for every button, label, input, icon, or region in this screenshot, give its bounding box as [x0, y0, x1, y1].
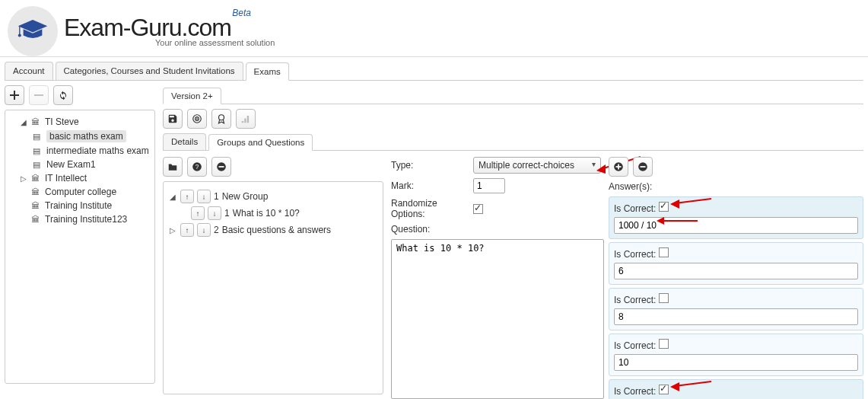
- move-up-button[interactable]: ↑: [191, 206, 205, 220]
- brand-tagline: Your online assessment solution: [64, 38, 275, 47]
- is-correct-checkbox[interactable]: [659, 339, 669, 349]
- tree-label[interactable]: basic maths exam: [46, 130, 126, 142]
- tree-label[interactable]: Computer college: [45, 187, 116, 197]
- sidebar-tree: ◢ 🏛 TI Steve ▤ basic maths exam ▤ interm…: [5, 110, 155, 384]
- tree-label[interactable]: Training Institute: [45, 200, 112, 211]
- svg-marker-19: [670, 200, 679, 209]
- annotation-arrow-icon: [670, 196, 713, 209]
- tree-label[interactable]: IT Intellect: [45, 173, 87, 184]
- is-correct-checkbox[interactable]: [659, 202, 669, 212]
- tab-exams[interactable]: Exams: [246, 62, 289, 81]
- mark-input[interactable]: [473, 178, 505, 193]
- help-button[interactable]: ?: [187, 157, 207, 177]
- building-icon: 🏛: [31, 187, 42, 196]
- question-label[interactable]: What is 10 * 10?: [233, 208, 300, 219]
- group-number: 2: [214, 225, 219, 235]
- tree-label[interactable]: intermediate maths exam: [46, 145, 149, 156]
- move-up-button[interactable]: ↑: [180, 223, 194, 237]
- chart-button[interactable]: [236, 109, 256, 129]
- randomize-label: Randomize Options:: [391, 198, 473, 219]
- tree-node[interactable]: ▤ New Exam1: [22, 158, 150, 171]
- minus-circle-icon: [637, 161, 648, 172]
- answer-block: Is Correct:: [609, 242, 863, 285]
- randomize-checkbox[interactable]: [473, 204, 483, 214]
- building-icon: 🏛: [31, 117, 42, 126]
- tab-categories[interactable]: Categories, Courses and Student Invitati…: [56, 62, 243, 80]
- svg-marker-23: [670, 382, 679, 391]
- tree-node[interactable]: 🏛 Training Institute123: [10, 212, 150, 226]
- remove-group-button[interactable]: [211, 157, 231, 177]
- answer-block: Is Correct:: [609, 379, 863, 399]
- folder-button[interactable]: [163, 157, 183, 177]
- group-number: 1: [214, 191, 219, 202]
- answer-input[interactable]: [614, 263, 858, 279]
- move-down-button[interactable]: ↓: [197, 190, 211, 203]
- tree-node[interactable]: ◢ 🏛 TI Steve: [10, 115, 150, 129]
- is-correct-label: Is Correct:: [614, 386, 656, 397]
- question-textarea[interactable]: [391, 239, 604, 399]
- move-up-button[interactable]: ↑: [180, 190, 194, 203]
- brand-logo: [8, 6, 58, 56]
- group-label[interactable]: Basic questions & answers: [222, 225, 331, 235]
- answer-input[interactable]: [614, 354, 858, 371]
- is-correct-label: Is Correct:: [614, 203, 656, 214]
- type-select[interactable]: Multiple correct-choices: [473, 157, 601, 174]
- tab-groups-questions[interactable]: Groups and Questions: [208, 134, 313, 151]
- tree-node[interactable]: ▷ 🏛 IT Intellect: [10, 171, 150, 185]
- group-node[interactable]: ▷ ↑ ↓ 2 Basic questions & answers: [170, 222, 377, 238]
- groups-tree: ◢ ↑ ↓ 1 New Group ↑ ↓ 1 What is 10 * 10?: [163, 181, 383, 394]
- tab-account[interactable]: Account: [5, 62, 53, 80]
- minus-icon: [34, 91, 43, 100]
- target-button[interactable]: [187, 109, 207, 129]
- mark-label: Mark:: [391, 180, 473, 191]
- svg-rect-10: [219, 166, 224, 168]
- exam-icon: ▤: [33, 146, 43, 156]
- tree-node[interactable]: ▤ basic maths exam: [22, 129, 150, 144]
- beta-badge: Beta: [232, 8, 251, 18]
- is-correct-checkbox[interactable]: [659, 293, 669, 303]
- tree-label[interactable]: New Exam1: [46, 159, 96, 170]
- graduation-cap-icon: [16, 14, 49, 48]
- group-label[interactable]: New Group: [222, 191, 269, 202]
- add-button[interactable]: [5, 85, 24, 105]
- answer-input[interactable]: [614, 217, 858, 234]
- tree-node[interactable]: ▤ intermediate maths exam: [22, 144, 150, 158]
- tab-version[interactable]: Version 2+: [163, 88, 221, 104]
- remove-button[interactable]: [29, 85, 49, 105]
- answer-block: Is Correct:: [609, 334, 863, 376]
- remove-answer-button[interactable]: [633, 157, 653, 177]
- tree-label[interactable]: Training Institute123: [45, 214, 127, 225]
- question-node[interactable]: ↑ ↓ 1 What is 10 * 10?: [191, 205, 377, 222]
- answer-block: Is Correct:: [609, 288, 863, 330]
- is-correct-checkbox[interactable]: [659, 247, 669, 257]
- caret-icon[interactable]: ◢: [21, 118, 28, 126]
- tree-node[interactable]: 🏛 Computer college: [10, 185, 150, 199]
- group-node[interactable]: ◢ ↑ ↓ 1 New Group: [170, 188, 377, 205]
- type-label: Type:: [391, 160, 473, 171]
- svg-rect-2: [34, 94, 43, 96]
- caret-icon[interactable]: ▷: [21, 174, 28, 183]
- plus-circle-icon: [613, 161, 624, 172]
- answer-input[interactable]: [614, 308, 858, 325]
- brand-title: Exam-Guru.com: [64, 14, 231, 41]
- move-down-button[interactable]: ↓: [197, 223, 211, 237]
- svg-text:?: ?: [196, 164, 199, 171]
- tab-details[interactable]: Details: [163, 133, 206, 150]
- move-down-button[interactable]: ↓: [208, 206, 221, 220]
- award-button[interactable]: [211, 109, 231, 129]
- question-label: Question:: [391, 224, 473, 235]
- tree-label[interactable]: TI Steve: [45, 117, 79, 127]
- is-correct-checkbox[interactable]: [659, 385, 669, 394]
- caret-icon[interactable]: ◢: [170, 193, 177, 201]
- add-answer-button[interactable]: [609, 157, 628, 177]
- main-tabs: Account Categories, Courses and Student …: [5, 62, 863, 81]
- save-button[interactable]: [163, 109, 183, 129]
- is-correct-label: Is Correct:: [614, 295, 656, 305]
- minus-circle-icon: [216, 161, 227, 172]
- caret-icon[interactable]: ▷: [170, 226, 177, 235]
- refresh-button[interactable]: [53, 85, 73, 105]
- refresh-icon: [59, 91, 68, 100]
- svg-point-5: [196, 118, 198, 120]
- tree-node[interactable]: 🏛 Training Institute: [10, 199, 150, 212]
- building-icon: 🏛: [31, 201, 42, 210]
